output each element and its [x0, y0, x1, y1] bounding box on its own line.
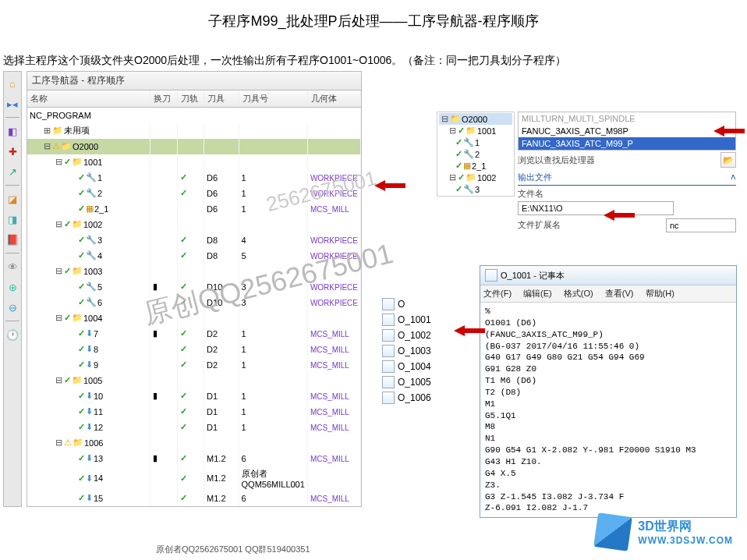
tree-item[interactable]: ⊟✓📁1004	[30, 313, 147, 323]
tree-item[interactable]: ✓⬇12	[30, 422, 147, 432]
cell-num	[239, 373, 307, 388]
tool-icon-4[interactable]: ✚	[5, 144, 19, 158]
tree-item[interactable]: ✓🔧3	[30, 235, 147, 245]
mini-tree-item[interactable]: ⊟📁O2000	[439, 113, 512, 125]
mini-tree-item[interactable]: ⊟✓📁1001	[439, 125, 512, 136]
tree-item[interactable]: ✓▦2_1	[30, 204, 147, 214]
col-tool[interactable]: 刀具	[204, 90, 239, 108]
filename-input[interactable]	[518, 201, 674, 215]
page-subtitle: 选择主程序这个顶级文件夹O2000后处理，一次性输出所有子程序O1001~O10…	[3, 54, 747, 68]
browse-button[interactable]: 📂	[720, 152, 736, 168]
tree-item[interactable]: ✓⬇8	[30, 344, 147, 354]
tree-item[interactable]: ✓🔧5	[30, 282, 147, 292]
tool-icon-2[interactable]: ▸◂	[5, 97, 19, 111]
tree-toggle[interactable]: ⊟	[54, 266, 63, 276]
file-item[interactable]: O_1002	[382, 328, 431, 343]
cell-tc	[150, 217, 177, 232]
tree-toggle[interactable]: ⊟	[54, 375, 63, 385]
file-item[interactable]: O_1004	[382, 359, 431, 374]
cell-tool	[204, 435, 239, 451]
tree-item[interactable]: ✓🔧4	[30, 250, 147, 261]
tool-icon-8[interactable]: 📕	[5, 232, 19, 246]
col-path[interactable]: 刀轨	[177, 90, 204, 108]
mini-tree-item[interactable]: ✓🔧3	[439, 183, 512, 195]
tree-item[interactable]: ✓⬇11	[30, 406, 147, 416]
col-tc[interactable]: 换刀	[150, 90, 177, 108]
mini-tree-item[interactable]: ⊟✓📁1002	[439, 172, 512, 183]
menu-format[interactable]: 格式(O)	[564, 289, 593, 298]
tree-item[interactable]: ✓⬇15	[30, 493, 147, 503]
cell-num: 1	[239, 186, 307, 201]
tool-icon-6[interactable]: ◪	[5, 192, 19, 206]
collapse-icon[interactable]: ʌ	[731, 172, 736, 183]
tree-item[interactable]: ✓⬇7	[30, 328, 147, 338]
postprocessor-list[interactable]: MILLTURN_MULTI_SPINDLE FANUC_3AXIS_ATC_M…	[518, 112, 736, 151]
tree-item[interactable]: ⊟✓📁1001	[30, 157, 147, 167]
ext-input[interactable]	[666, 218, 736, 232]
tool-icon-11[interactable]: ⊖	[5, 300, 19, 314]
cell-path	[177, 264, 204, 279]
tree-item[interactable]: ✓🔧6	[30, 297, 147, 307]
tree-item[interactable]: ⊟⚠📁1006	[30, 438, 147, 448]
cell-geom: MCS_MILL	[307, 201, 360, 217]
tool-icon-10[interactable]: ⊕	[5, 280, 19, 294]
tool-icon-9[interactable]: 👁	[5, 260, 19, 274]
mini-tree-item[interactable]: ✓🔧2	[439, 148, 512, 160]
tree-root[interactable]: NC_PROGRAM	[30, 111, 358, 120]
tree-item[interactable]: ✓⬇14	[30, 473, 147, 484]
tool-icon-12[interactable]: 🕐	[5, 328, 19, 342]
tree-item[interactable]: ✓⬇9	[30, 360, 147, 370]
menu-edit[interactable]: 编辑(E)	[523, 289, 552, 298]
file-item[interactable]: O	[382, 296, 431, 312]
cell-num: 3	[239, 295, 307, 310]
cell-geom	[307, 139, 360, 154]
post-item-selected[interactable]: FANUC_3AXIS_ATC_M99_P	[519, 137, 735, 150]
cell-tc	[150, 154, 177, 170]
tool-icon-5[interactable]: ↗	[5, 165, 19, 179]
cell-geom: MCS_MILL	[307, 326, 360, 342]
tool-icon-1[interactable]: ⌂	[5, 76, 19, 90]
mini-tree-item[interactable]: ✓▦2_1	[439, 160, 512, 172]
col-num[interactable]: 刀具号	[239, 90, 307, 108]
tree-item[interactable]: ⊟✓📁1003	[30, 266, 147, 276]
cell-num: 4	[239, 232, 307, 248]
tree-toggle[interactable]: ⊟	[54, 219, 63, 229]
tree-toggle[interactable]: ⊟	[54, 313, 63, 323]
menu-file[interactable]: 文件(F)	[483, 289, 512, 298]
tree-toggle[interactable]: ⊟	[54, 157, 63, 167]
tree-toggle[interactable]: ⊟	[54, 438, 63, 448]
notepad-titlebar[interactable]: O_1001 - 记事本	[480, 266, 736, 285]
tree-item[interactable]: ✓🔧2	[30, 188, 147, 198]
menu-help[interactable]: 帮助(H)	[646, 289, 674, 298]
file-item[interactable]: O_1003	[382, 343, 431, 359]
cell-num: 1	[239, 342, 307, 357]
file-item[interactable]: O_1001	[382, 312, 431, 328]
output-section[interactable]: 输出文件 ʌ	[518, 170, 736, 186]
tree-item[interactable]: ⊟✓📁1005	[30, 375, 147, 385]
file-icon	[382, 298, 395, 310]
tool-icon-7[interactable]: ◨	[5, 212, 19, 226]
post-item[interactable]: FANUC_3AXIS_ATC_M98P	[519, 125, 735, 137]
cell-num	[239, 154, 307, 170]
col-name[interactable]: 名称	[27, 90, 150, 108]
tree-toggle[interactable]: ⊟	[42, 141, 51, 151]
cell-tool: M1.2	[204, 451, 239, 466]
tree-item[interactable]: ✓⬇10	[30, 391, 147, 401]
mini-tree[interactable]: ⊟📁O2000⊟✓📁1001✓🔧1✓🔧2✓▦2_1⊟✓📁1002✓🔧3	[437, 112, 515, 197]
tree-item[interactable]: ⊟⚠📁O2000	[30, 141, 147, 151]
cell-geom: WORKPIECE	[307, 170, 360, 186]
file-item[interactable]: O_1005	[382, 374, 431, 390]
tool-icon-3[interactable]: ◧	[5, 124, 19, 138]
tree-item[interactable]: ✓🔧1	[30, 172, 147, 183]
tree-toggle[interactable]: ⊞	[42, 126, 51, 136]
col-geom[interactable]: 几何体	[307, 90, 360, 108]
post-item[interactable]: MILLTURN_MULTI_SPINDLE	[519, 112, 735, 125]
file-item[interactable]: O_1006	[382, 390, 431, 406]
mini-tree-item[interactable]: ✓🔧1	[439, 136, 512, 148]
tree-item[interactable]: ✓⬇13	[30, 453, 147, 463]
arrow-icon	[454, 325, 465, 336]
tree-item[interactable]: ⊟✓📁1002	[30, 219, 147, 229]
menu-view[interactable]: 查看(V)	[605, 289, 634, 298]
tree-item[interactable]: ⊞📁未用项	[30, 125, 147, 136]
notepad-body[interactable]: % O1001 (D6) (FANUC_3AXIS_ATC_M99_P) (BG…	[480, 303, 736, 517]
